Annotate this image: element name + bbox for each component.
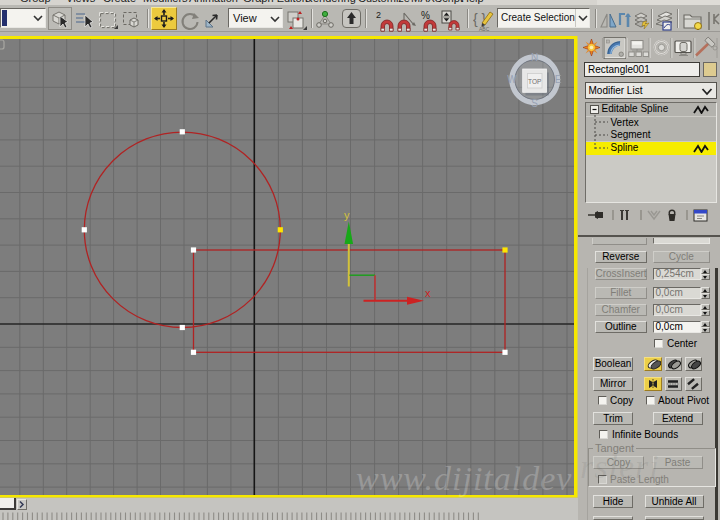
svg-text:y: y (344, 209, 350, 221)
svg-text:W: W (507, 74, 517, 85)
svg-text:%: % (421, 10, 430, 21)
svg-text:E: E (555, 74, 562, 85)
svg-text:S: S (531, 98, 538, 109)
svg-text:TOP: TOP (528, 78, 541, 85)
svg-text:2: 2 (376, 10, 381, 20)
svg-text:www.dijitaldev: www.dijitaldev (356, 460, 572, 497)
svg-text:N: N (531, 52, 538, 63)
svg-text:x: x (425, 287, 431, 299)
